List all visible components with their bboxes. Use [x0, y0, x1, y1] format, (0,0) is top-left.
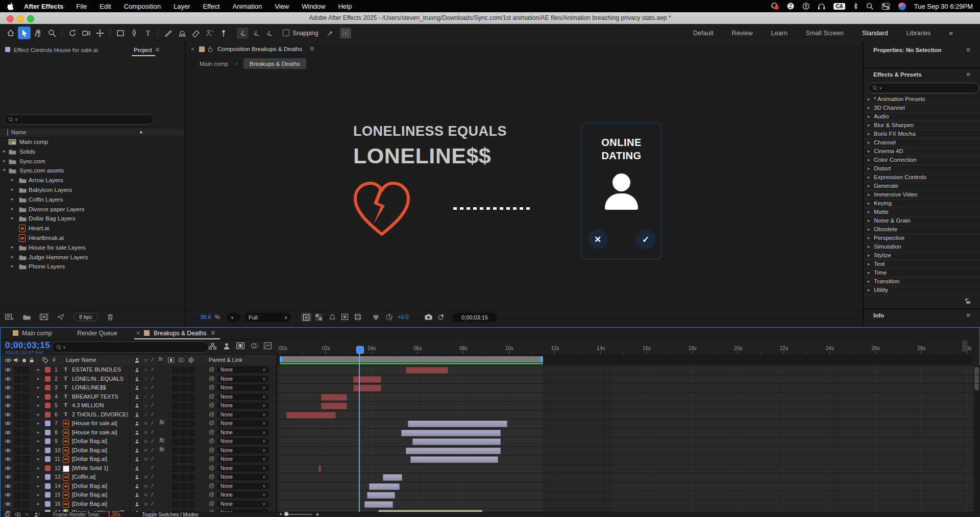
parent-link-dropdown[interactable]: None∨ [217, 411, 269, 418]
parent-link-dropdown[interactable]: None∨ [217, 438, 269, 445]
parent-pickwhip-icon[interactable]: @ [209, 455, 214, 461]
info-panel-menu-icon[interactable]: ≡ [966, 311, 970, 319]
layer-solo-cell[interactable] [22, 438, 29, 445]
menu-effect[interactable]: Effect [203, 3, 219, 10]
layer-audio-cell[interactable] [14, 385, 21, 391]
parent-pickwhip-icon[interactable]: @ [209, 411, 214, 417]
layer-duration-bar[interactable] [286, 412, 335, 418]
layer-shy-switch[interactable] [135, 385, 139, 390]
camera-tool[interactable] [80, 27, 92, 39]
mask-rect-tool[interactable] [114, 27, 127, 39]
layer-label-chip[interactable] [45, 412, 51, 417]
project-name-column-header[interactable]: Name ▲ [0, 128, 185, 138]
layer-expander-icon[interactable]: ▸ [37, 492, 40, 497]
breadcrumb-current[interactable]: Breakups & Deaths [243, 58, 306, 69]
layer-name[interactable]: 2 THOUS...DIVORCES [72, 411, 128, 417]
workspace-overflow-icon[interactable]: » [949, 29, 953, 37]
layer-solo-cell[interactable] [22, 430, 29, 436]
layer-duration-bar[interactable] [318, 465, 321, 472]
layer-visibility-toggle[interactable] [5, 403, 11, 408]
zoom-tool[interactable] [45, 27, 58, 39]
expand-switches-pane-icon[interactable] [5, 512, 10, 517]
layer-quality-switch[interactable]: ∕ [152, 411, 153, 417]
eraser-tool[interactable] [189, 27, 202, 39]
layer-quality-switch[interactable]: ∕ [152, 420, 153, 426]
layer-expander-icon[interactable]: ▸ [37, 501, 40, 506]
expand-chevron-icon[interactable]: ▸ [868, 122, 870, 128]
layer-visibility-toggle[interactable] [5, 466, 11, 471]
layer-switch-cell[interactable] [180, 367, 187, 374]
layer-collapse-switch[interactable]: ☼ [143, 438, 148, 444]
screen-record-icon[interactable] [771, 3, 779, 10]
layer-row[interactable]: ▸3TLONELINE$$☼∕@None∨ [1, 383, 980, 393]
layer-visibility-toggle[interactable] [5, 448, 11, 453]
layer-switch-cell[interactable] [172, 421, 179, 427]
layer-solo-cell[interactable] [22, 394, 29, 401]
workspace-libraries[interactable]: Libraries [906, 30, 931, 37]
layer-visibility-toggle[interactable] [5, 475, 11, 479]
layer-switch-cell[interactable] [180, 430, 187, 436]
expand-chevron-icon[interactable]: ▸ [868, 140, 870, 145]
effects-category-transition[interactable]: ▸Transition [864, 277, 980, 286]
layer-shy-switch[interactable] [135, 430, 139, 435]
layer-solo-cell[interactable] [22, 385, 29, 391]
expand-chevron-icon[interactable]: ▸ [11, 215, 14, 220]
fast-previews-icon[interactable] [301, 313, 311, 322]
parent-pickwhip-icon[interactable]: @ [209, 384, 214, 390]
mask-visibility-icon[interactable] [329, 314, 336, 320]
layer-shy-switch[interactable] [135, 395, 139, 399]
layer-shy-switch[interactable] [135, 475, 139, 479]
expand-chevron-icon[interactable]: ▸ [868, 270, 870, 275]
layer-label-chip[interactable] [45, 501, 51, 507]
layer-visibility-toggle[interactable] [5, 395, 11, 399]
layer-row[interactable]: ▸13Ai[Coffin.ai]☼∕@None∨ [1, 473, 980, 482]
effects-category-generate[interactable]: ▸Generate [864, 182, 980, 191]
accessibility-icon[interactable] [802, 3, 810, 10]
layer-solo-cell[interactable] [22, 448, 29, 454]
layer-shy-switch[interactable] [135, 421, 139, 426]
channels-icon[interactable] [373, 314, 379, 320]
frame-blend-icon[interactable] [236, 342, 244, 349]
expand-chevron-icon[interactable]: ▸ [11, 196, 14, 202]
timeline-panel-menu-icon[interactable]: ≡ [211, 329, 215, 337]
layer-name-column-label[interactable]: Layer Name [66, 357, 96, 363]
layer-switch-cell[interactable] [180, 412, 187, 418]
layer-name[interactable]: [White Solid 1] [72, 465, 108, 471]
parent-link-dropdown[interactable]: None∨ [217, 483, 269, 489]
snapping-checkbox[interactable] [283, 30, 289, 36]
layer-expander-icon[interactable]: ▸ [37, 394, 40, 399]
layer-audio-cell[interactable] [14, 430, 21, 436]
layer-row[interactable]: ▸2TLONELIN...EQUALS☼∕@None∨ [1, 375, 980, 384]
layer-switch-cell[interactable] [188, 501, 195, 508]
solo-column-icon[interactable] [22, 358, 27, 363]
layer-switch-cell[interactable] [188, 465, 195, 472]
layer-collapse-switch[interactable]: ☼ [143, 376, 148, 381]
layer-quality-switch[interactable]: ∕ [152, 483, 153, 488]
layer-row[interactable]: ▸11Ai[Dollar Bag.ai]☼∕@None∨ [1, 455, 980, 464]
layer-fx-switch[interactable]: fx [159, 420, 165, 425]
layer-audio-cell[interactable] [14, 367, 21, 374]
layer-audio-cell[interactable] [14, 448, 21, 454]
layer-switch-cell[interactable] [188, 474, 195, 481]
expand-chevron-icon[interactable]: ▸ [868, 287, 870, 292]
shy-layers-icon[interactable] [223, 342, 230, 350]
rotate-tool[interactable] [66, 27, 79, 39]
layer-expander-icon[interactable]: ▸ [37, 403, 40, 408]
snap-features-icon[interactable] [340, 28, 351, 39]
layer-duration-bar[interactable] [321, 394, 347, 401]
layer-quality-switch[interactable]: ∕ [152, 384, 153, 390]
layer-duration-bar[interactable] [383, 474, 402, 481]
layer-solo-cell[interactable] [22, 456, 29, 463]
layer-row[interactable]: ▸6T2 THOUS...DIVORCES☼∕@None∨ [1, 410, 980, 420]
menu-help[interactable]: Help [338, 3, 352, 10]
layer-duration-bar[interactable] [364, 501, 393, 508]
menu-window[interactable]: Window [302, 3, 325, 10]
layer-duration-bar[interactable] [353, 385, 382, 391]
parent-link-dropdown[interactable]: None∨ [217, 474, 269, 480]
zoom-in-mountain-icon[interactable]: ▲ [315, 511, 320, 516]
layer-solo-cell[interactable] [22, 376, 29, 383]
layer-visibility-toggle[interactable] [5, 430, 11, 435]
layer-label-chip[interactable] [45, 483, 51, 489]
layer-quality-switch[interactable]: ∕ [152, 465, 153, 471]
parent-link-dropdown[interactable]: None∨ [217, 402, 269, 409]
